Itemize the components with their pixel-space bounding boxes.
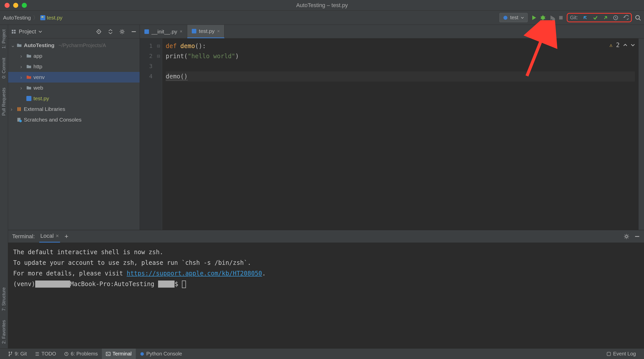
debug-button[interactable] — [540, 15, 546, 21]
chevron-right-icon[interactable]: › — [20, 73, 24, 82]
folder-icon — [26, 64, 31, 69]
git-rollback-icon[interactable] — [623, 15, 629, 21]
maximize-window-button[interactable] — [22, 3, 27, 8]
code-editor[interactable]: 1 2 3 4 ⊟ ⊟ def demo(): print("hello wor… — [140, 38, 644, 230]
window-title: AutoTesting – test.py — [296, 2, 348, 9]
expand-all-icon[interactable] — [108, 29, 113, 34]
svg-point-19 — [19, 120, 22, 122]
close-icon[interactable]: × — [217, 29, 220, 34]
python-icon — [503, 15, 508, 20]
svg-rect-17 — [20, 107, 21, 111]
terminal-link[interactable]: https://support.apple.com/kb/HT208050 — [127, 270, 262, 277]
tree-scratches[interactable]: Scratches and Consoles — [8, 114, 140, 125]
chevron-up-icon[interactable] — [623, 43, 627, 47]
status-event-log[interactable]: Event Log — [602, 349, 640, 359]
chevron-right-icon[interactable]: › — [20, 62, 24, 71]
stop-button[interactable] — [558, 15, 564, 21]
svg-rect-29 — [607, 352, 611, 356]
tree-file-test[interactable]: test.py — [8, 93, 140, 104]
terminal-tab-local[interactable]: Local × — [39, 230, 60, 243]
fold-gutter[interactable]: ⊟ ⊟ — [155, 38, 162, 230]
chevron-right-icon[interactable]: › — [20, 52, 24, 60]
breadcrumb-file[interactable]: test.py — [40, 15, 63, 21]
status-git[interactable]: 9: Git — [4, 349, 31, 359]
svg-rect-4 — [559, 16, 563, 19]
tree-folder-venv[interactable]: ›venv — [8, 72, 140, 83]
git-commit-icon[interactable] — [593, 15, 598, 21]
tab-structure[interactable]: 7: Structure — [1, 287, 7, 311]
tree-external-libraries[interactable]: ›External Libraries — [8, 104, 140, 114]
hide-icon[interactable] — [131, 29, 137, 34]
git-push-icon[interactable] — [603, 15, 608, 21]
fold-end-icon[interactable]: ⊟ — [155, 51, 162, 61]
tab-init-py[interactable]: __init__.py × — [140, 25, 187, 38]
tab-pull-requests[interactable]: Pull Requests — [1, 88, 7, 116]
tree-folder-http[interactable]: ›http — [8, 61, 140, 72]
tab-favorites[interactable]: 2: Favorites — [1, 320, 7, 344]
locate-icon[interactable] — [96, 29, 102, 34]
gear-icon[interactable] — [119, 29, 125, 34]
close-icon[interactable]: × — [180, 29, 183, 34]
svg-rect-9 — [12, 32, 13, 33]
folder-icon — [26, 85, 31, 90]
project-tree: ⌄ AutoTesting ~/PycharmProjects/A ›app ›… — [8, 38, 140, 127]
problems-icon — [64, 352, 69, 356]
folder-icon — [17, 43, 22, 48]
fold-start-icon[interactable]: ⊟ — [155, 41, 162, 51]
gear-icon[interactable] — [624, 234, 629, 239]
git-history-icon[interactable] — [613, 15, 618, 21]
svg-point-12 — [98, 31, 99, 32]
code-area[interactable]: def demo(): print("hello world") demo() … — [162, 38, 638, 230]
new-terminal-button[interactable]: + — [65, 232, 68, 240]
terminal-output[interactable]: The default interactive shell is now zsh… — [8, 243, 644, 293]
breadcrumb[interactable]: AutoTesting 〉 test.py — [3, 14, 63, 21]
run-button[interactable] — [531, 15, 537, 21]
chevron-down-icon[interactable] — [631, 43, 635, 47]
svg-rect-10 — [14, 32, 15, 33]
chevron-down-icon[interactable]: ⌄ — [11, 41, 15, 50]
search-everywhere-icon[interactable] — [635, 15, 641, 21]
warning-icon: ⚠ — [610, 40, 613, 50]
python-file-icon — [26, 96, 31, 101]
python-icon — [140, 352, 144, 356]
run-coverage-button[interactable] — [549, 15, 555, 21]
git-branch-icon — [8, 352, 13, 356]
editor-tabs: __init__.py × test.py × — [140, 25, 644, 38]
tab-project[interactable]: 1: Project — [1, 29, 7, 49]
svg-point-25 — [9, 355, 10, 356]
svg-rect-0 — [40, 15, 45, 20]
git-update-icon[interactable] — [582, 15, 588, 21]
terminal-title: Terminal: — [12, 233, 35, 240]
chevron-right-icon[interactable]: › — [20, 84, 24, 92]
tree-root-path: ~/PycharmProjects/A — [59, 41, 106, 50]
minimize-window-button[interactable] — [13, 3, 18, 8]
inspection-widget[interactable]: ⚠ 2 — [610, 40, 635, 50]
redacted-text: xxxx xxxx — [35, 281, 70, 288]
close-icon[interactable]: × — [56, 233, 59, 239]
tree-folder-web[interactable]: ›web — [8, 83, 140, 93]
tree-root[interactable]: ⌄ AutoTesting ~/PycharmProjects/A — [8, 40, 140, 51]
svg-point-6 — [636, 15, 639, 19]
terminal-header: Terminal: Local × + — [8, 230, 644, 243]
chevron-down-icon[interactable] — [39, 30, 42, 33]
tree-folder-app[interactable]: ›app — [8, 51, 140, 61]
terminal-tool-window: Terminal: Local × + The default interact… — [8, 230, 644, 348]
status-terminal[interactable]: Terminal — [102, 349, 136, 359]
svg-rect-14 — [26, 96, 31, 101]
python-file-icon — [192, 29, 196, 33]
status-todo[interactable]: TODO — [31, 349, 60, 359]
chevron-right-icon[interactable]: › — [11, 105, 15, 113]
close-window-button[interactable] — [5, 3, 10, 8]
svg-point-2 — [541, 16, 545, 19]
status-python-console[interactable]: Python Console — [136, 349, 186, 359]
hide-icon[interactable] — [634, 234, 640, 239]
project-tool-title[interactable]: Project — [19, 28, 36, 35]
editor-scrollbar[interactable] — [638, 38, 644, 230]
svg-rect-15 — [17, 107, 18, 111]
run-configuration-selector[interactable]: test — [499, 13, 528, 22]
tab-commit[interactable]: 0: Commit — [1, 58, 7, 78]
tab-test-py[interactable]: test.py × — [187, 25, 224, 38]
list-icon — [35, 352, 40, 356]
status-problems[interactable]: 6: Problems — [60, 349, 102, 359]
breadcrumb-project[interactable]: AutoTesting — [3, 15, 31, 21]
